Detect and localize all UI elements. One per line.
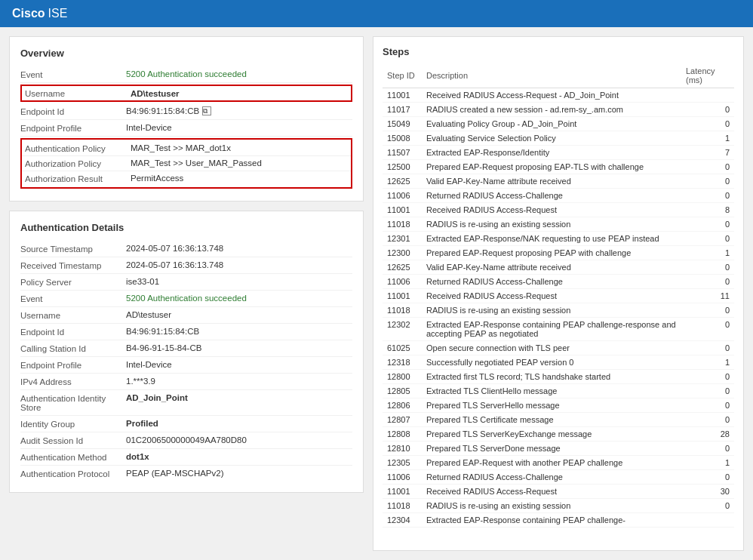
step-id-cell: 11018 <box>383 303 422 318</box>
detail-policy-server-value: ise33-01 <box>126 277 159 286</box>
auth-details-card: Authentication Details Source Timestamp … <box>9 211 364 493</box>
auth-policy-row: Authentication Policy MAR_Test >> MAR_do… <box>22 141 351 156</box>
detail-ipv4-value: 1.***3.9 <box>126 377 155 386</box>
step-id-cell: 11001 <box>383 485 422 499</box>
steps-title: Steps <box>383 46 734 57</box>
detail-source-ts-value: 2024-05-07 16:36:13.748 <box>126 244 223 253</box>
step-desc-cell: Evaluating Service Selection Policy <box>422 131 681 146</box>
step-desc-cell: Prepared EAP-Request proposing EAP-TLS w… <box>422 160 681 174</box>
overview-profile-label: Endpoint Profile <box>20 123 126 133</box>
step-latency-cell: 0 <box>681 260 734 275</box>
step-id-cell: 12810 <box>383 442 422 456</box>
step-id-cell: 11018 <box>383 217 422 232</box>
detail-ep-profile-label: Endpoint Profile <box>20 360 126 370</box>
step-latency-cell: 1 <box>681 131 734 146</box>
step-latency-cell: 0 <box>681 174 734 189</box>
step-desc-cell: Prepared TLS ServerKeyExchange message <box>422 427 681 442</box>
step-desc-cell: Evaluating Policy Group - AD_Join_Point <box>422 117 681 131</box>
col-latency: Latency (ms) <box>681 63 734 88</box>
step-latency-cell: 0 <box>681 160 734 174</box>
overview-card: Overview Event 5200 Authentication succe… <box>9 36 364 202</box>
detail-calling-row: Calling Station Id B4-96-91-15-84-CB <box>20 340 352 357</box>
step-latency-cell: 1 <box>681 246 734 260</box>
step-id-cell: 11507 <box>383 146 422 160</box>
main-content: Overview Event 5200 Authentication succe… <box>0 27 753 560</box>
step-desc-cell: Prepared TLS Certificate message <box>422 413 681 427</box>
table-row: 12800 Extracted first TLS record; TLS ha… <box>383 370 734 384</box>
step-id-cell: 12318 <box>383 355 422 370</box>
detail-auth-method-label: Authentication Method <box>20 452 126 462</box>
detail-epid-value: B4:96:91:15:84:CB <box>126 327 199 336</box>
step-desc-cell: RADIUS is re-using an existing session <box>422 217 681 232</box>
step-desc-cell: Returned RADIUS Access-Challenge <box>422 470 681 485</box>
step-latency-cell <box>681 88 734 103</box>
table-row: 11018 RADIUS is re-using an existing ses… <box>383 217 734 232</box>
step-latency-cell <box>681 513 734 528</box>
authz-result-row: Authorization Result PermitAccess <box>22 171 351 186</box>
table-row: 11507 Extracted EAP-Response/Identity 7 <box>383 146 734 160</box>
step-id-cell: 12805 <box>383 384 422 398</box>
detail-auth-id-store-value: AD_Join_Point <box>126 393 188 402</box>
detail-auth-proto-value: PEAP (EAP-MSCHAPv2) <box>126 469 224 478</box>
step-id-cell: 12500 <box>383 160 422 174</box>
authz-policy-label: Authorization Policy <box>25 158 131 168</box>
table-row: 11006 Returned RADIUS Access-Challenge 0 <box>383 275 734 289</box>
col-step-id: Step ID <box>383 63 422 88</box>
overview-username-value: AD\testuser <box>131 89 180 98</box>
step-desc-cell: Extracted EAP-Response containing PEAP c… <box>422 513 681 528</box>
step-desc-cell: Valid EAP-Key-Name attribute received <box>422 260 681 275</box>
step-id-cell: 15049 <box>383 117 422 131</box>
table-row: 12806 Prepared TLS ServerHello message 0 <box>383 398 734 413</box>
step-id-cell: 12625 <box>383 260 422 275</box>
step-latency-cell: 0 <box>681 117 734 131</box>
table-row: 11001 Received RADIUS Access-Request 8 <box>383 203 734 217</box>
steps-table: Step ID Description Latency (ms) 11001 R… <box>383 63 734 528</box>
detail-event-row: Event 5200 Authentication succeeded <box>20 291 352 307</box>
step-latency-cell: 0 <box>681 370 734 384</box>
cisco-logo-text: Cisco <box>12 7 45 20</box>
copy-icon[interactable]: ⧉ <box>202 106 211 115</box>
detail-calling-value: B4-96-91-15-84-CB <box>126 343 201 352</box>
step-desc-cell: Extracted EAP-Response containing PEAP c… <box>422 318 681 341</box>
overview-title: Overview <box>20 48 352 59</box>
left-panel: Overview Event 5200 Authentication succe… <box>9 36 364 551</box>
step-desc-cell: Extracted TLS ClientHello message <box>422 384 681 398</box>
detail-event-label: Event <box>20 294 126 303</box>
overview-event-row: Event 5200 Authentication succeeded <box>20 66 352 83</box>
detail-ipv4-row: IPv4 Address 1.***3.9 <box>20 374 352 390</box>
step-id-cell: 12625 <box>383 174 422 189</box>
step-latency-cell: 0 <box>681 103 734 117</box>
detail-ep-profile-row: Endpoint Profile Intel-Device <box>20 357 352 374</box>
step-desc-cell: Received RADIUS Access-Request <box>422 485 681 499</box>
overview-username-label: Username <box>25 88 131 98</box>
authz-policy-value: MAR_Test >> User_MAR_Passed <box>131 158 262 168</box>
detail-recv-ts-value: 2024-05-07 16:36:13.748 <box>126 260 223 269</box>
table-row: 12625 Valid EAP-Key-Name attribute recei… <box>383 174 734 189</box>
detail-audit-row: Audit Session Id 01C2006500000049AA780D8… <box>20 432 352 449</box>
authz-result-value: PermitAccess <box>131 174 183 183</box>
step-desc-cell: Received RADIUS Access-Request - AD_Join… <box>422 88 681 103</box>
step-latency-cell: 0 <box>681 442 734 456</box>
table-row: 12500 Prepared EAP-Request proposing EAP… <box>383 160 734 174</box>
table-row: 12805 Extracted TLS ClientHello message … <box>383 384 734 398</box>
col-description: Description <box>422 63 681 88</box>
step-id-cell: 11001 <box>383 289 422 303</box>
step-desc-cell: Successfully negotiated PEAP version 0 <box>422 355 681 370</box>
table-row: 12302 Extracted EAP-Response containing … <box>383 318 734 341</box>
authz-policy-row: Authorization Policy MAR_Test >> User_MA… <box>22 156 351 171</box>
detail-calling-label: Calling Station Id <box>20 343 126 353</box>
step-desc-cell: Extracted EAP-Response/NAK requesting to… <box>422 232 681 246</box>
table-row: 12300 Prepared EAP-Request proposing PEA… <box>383 246 734 260</box>
step-id-cell: 11006 <box>383 189 422 203</box>
step-id-cell: 12806 <box>383 398 422 413</box>
table-row: 12301 Extracted EAP-Response/NAK request… <box>383 232 734 246</box>
step-desc-cell: Prepared TLS ServerHello message <box>422 398 681 413</box>
steps-panel: Steps Step ID Description Latency (ms) 1… <box>373 36 744 551</box>
step-id-cell: 12304 <box>383 513 422 528</box>
step-latency-cell: 28 <box>681 427 734 442</box>
detail-username-label: Username <box>20 310 126 320</box>
step-id-cell: 12300 <box>383 246 422 260</box>
table-row: 15008 Evaluating Service Selection Polic… <box>383 131 734 146</box>
step-desc-cell: Prepared EAP-Request proposing PEAP with… <box>422 246 681 260</box>
table-row: 15049 Evaluating Policy Group - AD_Join_… <box>383 117 734 131</box>
